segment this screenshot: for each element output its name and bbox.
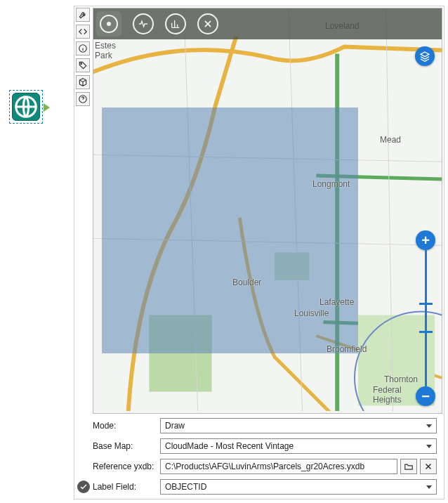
apply-button[interactable] xyxy=(77,481,90,493)
browse-button[interactable] xyxy=(400,459,417,474)
mode-combo[interactable]: Draw xyxy=(160,418,437,433)
info-icon[interactable] xyxy=(76,41,90,55)
zoom-in-button[interactable]: + xyxy=(416,230,435,250)
pulse-icon[interactable] xyxy=(133,13,154,34)
city-label-louisville: Louisville xyxy=(294,308,329,318)
config-panel: Loveland Estes Park Mead Longmont Boulde… xyxy=(74,6,444,499)
basemap-label: Base Map: xyxy=(93,441,160,451)
pin-icon[interactable] xyxy=(96,11,121,37)
city-label-longmont: Longmont xyxy=(312,179,350,189)
city-label-mead: Mead xyxy=(380,135,401,145)
city-label-federal-heights: Federal Heights xyxy=(373,385,402,405)
help-icon[interactable] xyxy=(76,92,90,106)
output-anchor-icon[interactable] xyxy=(44,103,50,112)
package-icon[interactable] xyxy=(76,75,90,89)
zoom-track[interactable] xyxy=(425,250,427,386)
city-label-boulder: Boulder xyxy=(232,277,261,287)
city-label-lafayette: Lafayette xyxy=(319,297,354,307)
chevron-down-icon xyxy=(426,445,432,448)
chevron-down-icon xyxy=(426,424,432,428)
reference-yxdb-value: C:\Products\AFG\LuvinArms\Parcels_gr20Ac… xyxy=(165,462,364,471)
wrench-icon[interactable] xyxy=(76,8,90,22)
workflow-node-map-input[interactable] xyxy=(9,90,43,124)
labelfield-combo[interactable]: OBJECTID xyxy=(160,479,437,495)
mode-label: Mode: xyxy=(93,421,160,431)
map-viewport[interactable]: Loveland Estes Park Mead Longmont Boulde… xyxy=(93,8,442,414)
map-toolbar xyxy=(93,8,442,39)
tag-icon[interactable] xyxy=(76,58,90,72)
mode-value: Draw xyxy=(165,421,185,431)
close-icon[interactable] xyxy=(197,13,218,34)
clear-button[interactable] xyxy=(420,459,437,474)
layers-icon[interactable] xyxy=(415,46,435,66)
basemap-combo[interactable]: CloudMade - Most Recent Vintage xyxy=(160,438,437,454)
chevron-down-icon xyxy=(426,485,432,489)
zoom-out-button[interactable]: − xyxy=(416,386,435,406)
globe-icon xyxy=(12,93,40,121)
chart-icon[interactable] xyxy=(165,13,186,34)
labelfield-label: Label Field: xyxy=(93,482,160,492)
zoom-slider: + − xyxy=(415,230,436,406)
config-form: Mode: Draw Base Map: CloudMade - Most Re… xyxy=(93,417,437,498)
code-icon[interactable] xyxy=(76,25,90,39)
city-label-estes-park: Estes Park xyxy=(95,41,116,60)
svg-point-2 xyxy=(81,63,82,65)
reference-yxdb-input[interactable]: C:\Products\AFG\LuvinArms\Parcels_gr20Ac… xyxy=(160,459,397,474)
city-label-thornton: Thornton xyxy=(384,374,418,384)
city-label-broomfield: Broomfield xyxy=(327,344,367,354)
basemap-value: CloudMade - Most Recent Vintage xyxy=(165,441,294,451)
reference-yxdb-label: Reference yxdb: xyxy=(93,462,160,471)
labelfield-value: OBJECTID xyxy=(165,482,206,492)
panel-side-toolbar xyxy=(76,8,91,106)
